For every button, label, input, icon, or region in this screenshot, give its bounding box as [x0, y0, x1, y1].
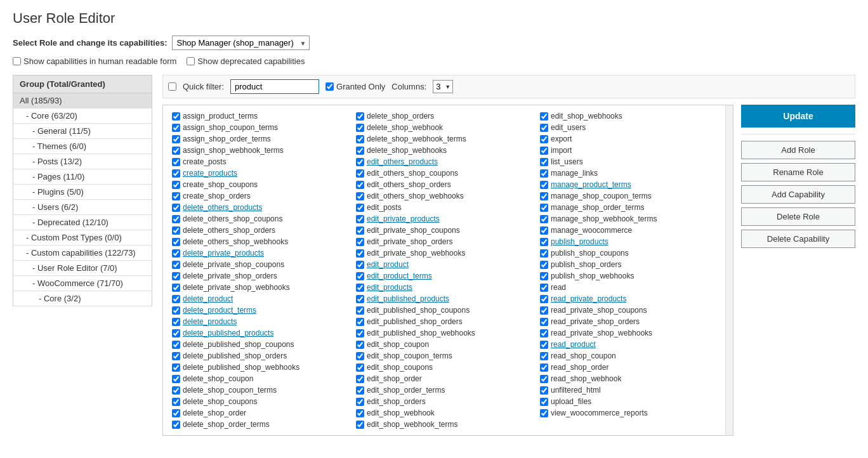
- sidebar-item-5[interactable]: - Pages (11/0): [13, 169, 152, 185]
- cap-checkbox-col3-22[interactable]: [540, 363, 548, 372]
- cap-checkbox-col1-5[interactable]: [172, 169, 180, 178]
- role-select[interactable]: Shop Manager (shop_manager): [172, 36, 310, 50]
- cap-checkbox-col3-24[interactable]: [540, 386, 548, 395]
- cap-checkbox-col2-11[interactable]: [356, 238, 364, 246]
- cap-checkbox-col2-1[interactable]: [356, 124, 364, 132]
- sidebar-item-12[interactable]: - WooCommerce (71/70): [13, 276, 152, 291]
- cap-checkbox-col3-23[interactable]: [540, 375, 548, 383]
- cap-checkbox-col2-23[interactable]: [356, 375, 364, 383]
- cap-checkbox-col3-5[interactable]: [540, 169, 548, 178]
- cap-checkbox-col2-2[interactable]: [356, 135, 364, 143]
- cap-checkbox-col3-15[interactable]: [540, 284, 548, 292]
- add-capability-button[interactable]: Add Capability: [741, 185, 855, 204]
- cap-label-col1-18[interactable]: delete_products: [183, 317, 237, 326]
- human-readable-checkbox[interactable]: [13, 57, 21, 65]
- cap-checkbox-col2-0[interactable]: [356, 112, 364, 121]
- cap-checkbox-col3-9[interactable]: [540, 215, 548, 223]
- cap-label-col1-19[interactable]: delete_published_products: [183, 329, 273, 337]
- cap-label-col2-15[interactable]: edit_products: [367, 283, 412, 292]
- cap-label-col1-8[interactable]: delete_others_products: [183, 203, 262, 212]
- cap-checkbox-col1-3[interactable]: [172, 147, 180, 155]
- cap-checkbox-col2-13[interactable]: [356, 261, 364, 269]
- cap-checkbox-col1-1[interactable]: [172, 124, 180, 132]
- sidebar-item-11[interactable]: - User Role Editor (7/0): [13, 261, 152, 276]
- cap-checkbox-col2-26[interactable]: [356, 409, 364, 417]
- cap-label-col1-5[interactable]: create_products: [183, 169, 237, 178]
- select-all-checkbox[interactable]: [168, 82, 176, 91]
- cap-checkbox-col1-19[interactable]: [172, 329, 180, 337]
- cap-checkbox-col2-18[interactable]: [356, 318, 364, 326]
- cap-checkbox-col1-2[interactable]: [172, 135, 180, 143]
- cap-checkbox-col1-8[interactable]: [172, 204, 180, 212]
- cap-checkbox-col1-12[interactable]: [172, 249, 180, 258]
- cap-checkbox-col2-3[interactable]: [356, 147, 364, 155]
- granted-only-label[interactable]: Granted Only: [326, 82, 385, 91]
- cap-checkbox-col1-14[interactable]: [172, 272, 180, 280]
- quick-filter-input[interactable]: [230, 79, 319, 94]
- cap-checkbox-col3-3[interactable]: [540, 147, 548, 155]
- cap-label-col2-9[interactable]: edit_private_products: [367, 214, 440, 223]
- cap-checkbox-col1-20[interactable]: [172, 341, 180, 349]
- cap-checkbox-col1-24[interactable]: [172, 386, 180, 395]
- cap-label-col1-16[interactable]: delete_product: [183, 294, 233, 303]
- cap-checkbox-col1-13[interactable]: [172, 261, 180, 269]
- cap-label-col3-11[interactable]: publish_products: [551, 237, 608, 246]
- sidebar-item-10[interactable]: - Custom capabilities (122/73): [13, 245, 152, 261]
- cap-checkbox-col1-18[interactable]: [172, 318, 180, 326]
- cap-checkbox-col3-11[interactable]: [540, 238, 548, 246]
- rename-role-button[interactable]: Rename Role: [741, 163, 855, 181]
- cap-checkbox-col2-25[interactable]: [356, 398, 364, 406]
- cap-checkbox-col2-7[interactable]: [356, 192, 364, 200]
- cap-checkbox-col1-0[interactable]: [172, 112, 180, 121]
- cap-checkbox-col2-6[interactable]: [356, 181, 364, 189]
- cap-checkbox-col1-25[interactable]: [172, 398, 180, 406]
- deprecated-checkbox[interactable]: [187, 57, 195, 65]
- sidebar-item-6[interactable]: - Plugins (5/0): [13, 185, 152, 200]
- cap-checkbox-col1-23[interactable]: [172, 375, 180, 383]
- cap-checkbox-col3-4[interactable]: [540, 158, 548, 166]
- sidebar-item-4[interactable]: - Posts (13/2): [13, 154, 152, 169]
- cap-checkbox-col3-20[interactable]: [540, 341, 548, 349]
- cap-checkbox-col1-27[interactable]: [172, 421, 180, 429]
- cap-checkbox-col2-20[interactable]: [356, 341, 364, 349]
- cap-checkbox-col1-7[interactable]: [172, 192, 180, 200]
- cap-checkbox-col3-21[interactable]: [540, 352, 548, 360]
- cap-checkbox-col2-5[interactable]: [356, 169, 364, 178]
- cap-checkbox-col2-19[interactable]: [356, 329, 364, 337]
- cap-checkbox-col3-25[interactable]: [540, 398, 548, 406]
- cap-checkbox-col1-17[interactable]: [172, 306, 180, 315]
- cap-checkbox-col2-17[interactable]: [356, 306, 364, 315]
- delete-role-button[interactable]: Delete Role: [741, 207, 855, 226]
- sidebar-item-9[interactable]: - Custom Post Types (0/0): [13, 230, 152, 245]
- sidebar-item-8[interactable]: - Deprecated (12/10): [13, 215, 152, 230]
- cap-checkbox-col1-21[interactable]: [172, 352, 180, 360]
- cap-label-col3-20[interactable]: read_product: [551, 340, 596, 349]
- cap-checkbox-col2-9[interactable]: [356, 215, 364, 223]
- cap-checkbox-col3-26[interactable]: [540, 409, 548, 417]
- cap-checkbox-col2-27[interactable]: [356, 421, 364, 429]
- cap-checkbox-col1-26[interactable]: [172, 409, 180, 417]
- cap-label-col2-4[interactable]: edit_others_products: [367, 157, 438, 166]
- cap-checkbox-col2-16[interactable]: [356, 295, 364, 303]
- cap-checkbox-col3-6[interactable]: [540, 181, 548, 189]
- sidebar-item-0[interactable]: All (185/93): [13, 93, 152, 108]
- cap-label-col3-16[interactable]: read_private_products: [551, 294, 626, 303]
- cap-checkbox-col3-8[interactable]: [540, 204, 548, 212]
- cap-checkbox-col3-7[interactable]: [540, 192, 548, 200]
- cap-checkbox-col2-22[interactable]: [356, 363, 364, 372]
- cap-checkbox-col3-1[interactable]: [540, 124, 548, 132]
- cap-checkbox-col2-21[interactable]: [356, 352, 364, 360]
- cap-checkbox-col3-17[interactable]: [540, 306, 548, 315]
- cap-checkbox-col3-19[interactable]: [540, 329, 548, 337]
- scrollbar[interactable]: [725, 105, 733, 435]
- cap-label-col1-12[interactable]: delete_private_products: [183, 249, 264, 258]
- cap-label-col2-16[interactable]: edit_published_products: [367, 294, 449, 303]
- cap-label-col1-17[interactable]: delete_product_terms: [183, 306, 256, 315]
- cap-checkbox-col2-8[interactable]: [356, 204, 364, 212]
- cap-checkbox-col2-10[interactable]: [356, 226, 364, 235]
- human-readable-checkbox-label[interactable]: Show capabilities in human readable form: [13, 56, 176, 66]
- cap-checkbox-col1-10[interactable]: [172, 226, 180, 235]
- cap-checkbox-col1-15[interactable]: [172, 284, 180, 292]
- cap-checkbox-col2-12[interactable]: [356, 249, 364, 258]
- cap-checkbox-col1-6[interactable]: [172, 181, 180, 189]
